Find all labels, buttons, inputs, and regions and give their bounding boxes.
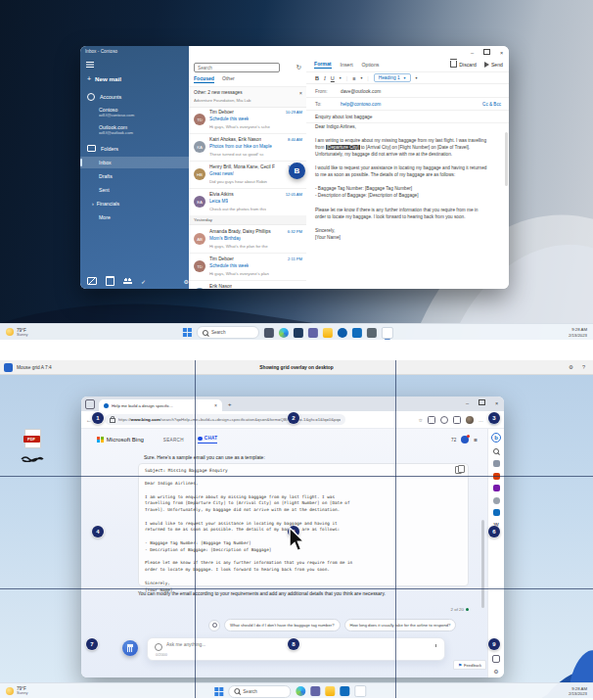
cc-bcc-button[interactable]: Cc & Bcc: [482, 102, 501, 107]
start-button[interactable]: [214, 687, 223, 696]
close-button[interactable]: ×: [489, 400, 504, 406]
edge-icon[interactable]: [279, 328, 289, 338]
floating-voice-badge[interactable]: B: [289, 163, 305, 179]
copy-icon[interactable]: [455, 466, 462, 474]
to-row[interactable]: To: help@contoso.com Cc & Bcc: [306, 98, 509, 111]
maximize-button[interactable]: [475, 399, 489, 407]
minimize-button[interactable]: –: [460, 400, 475, 406]
tab-close-icon[interactable]: ×: [214, 402, 217, 408]
grid-cell-6[interactable]: 6: [488, 526, 500, 537]
rewards-counter[interactable]: 72: [451, 438, 456, 443]
grid-cell-8[interactable]: 8: [288, 638, 299, 650]
new-mail-button[interactable]: + New mail: [80, 72, 196, 84]
grid-cell-3[interactable]: 3: [488, 412, 500, 424]
todo-check-icon[interactable]: ✓: [141, 278, 146, 285]
emoji-icon[interactable]: [155, 643, 162, 651]
search-input[interactable]: [194, 63, 280, 72]
taskbar-clock[interactable]: 9:28 AM2/13/2023: [569, 327, 587, 338]
suggestion-chip[interactable]: What should I do if I don't have the bag…: [224, 619, 341, 631]
phone-icon[interactable]: [492, 655, 500, 663]
favorites-star-icon[interactable]: ☆: [419, 417, 423, 423]
browser-essentials-icon[interactable]: [440, 416, 448, 424]
split-screen-icon[interactable]: [428, 416, 435, 424]
file-explorer-icon[interactable]: [325, 686, 335, 696]
subject-row[interactable]: Enquiry about lost baggage: [306, 111, 509, 123]
folder-dark-icon[interactable]: [294, 328, 303, 338]
taskbar-clock[interactable]: 9:28 AM2/13/2023: [569, 686, 587, 697]
browser-window-icon[interactable]: [354, 685, 366, 697]
hamburger-menu-icon[interactable]: [86, 62, 94, 63]
file-explorer-icon[interactable]: [323, 328, 333, 338]
italic-button[interactable]: I: [324, 75, 326, 81]
scrollbar[interactable]: [505, 132, 508, 186]
profile-avatar[interactable]: [466, 416, 474, 424]
mail-icon[interactable]: [382, 327, 393, 339]
send-button[interactable]: Send: [484, 62, 503, 68]
calendar-icon[interactable]: [106, 276, 114, 286]
other-messages-banner[interactable]: Other: 2 new messages Adventure Foundati…: [189, 86, 306, 108]
url-field[interactable]: https://www.bing.com/search?q=Help+me+bu…: [105, 414, 345, 425]
email-body[interactable]: Dear Indigo Airlines, I am writing to en…: [315, 123, 503, 241]
grid-cell-7[interactable]: 7: [86, 638, 98, 650]
taskbar-search[interactable]: Search: [197, 326, 259, 339]
lightbulb-icon[interactable]: [208, 620, 220, 631]
close-button[interactable]: ×: [494, 50, 509, 56]
message-row[interactable]: KA Katri Ahokas, Erik Nason Photos from …: [189, 133, 306, 162]
underline-button[interactable]: U: [331, 75, 335, 81]
mail-icon[interactable]: [87, 277, 97, 285]
shield-extension-icon[interactable]: [461, 436, 469, 443]
minimize-button[interactable]: –: [465, 50, 479, 56]
from-row[interactable]: From: dave@outlook.com: [306, 85, 509, 98]
settings-gear-icon[interactable]: ⚙: [569, 364, 573, 370]
tab-format[interactable]: Format: [314, 61, 332, 69]
sidebar-item-financials[interactable]: › Financials 3: [80, 198, 201, 210]
sidebar-search-icon[interactable]: [493, 448, 499, 455]
new-tab-button[interactable]: +: [228, 401, 232, 407]
shopping-icon[interactable]: [493, 460, 500, 467]
chevron-down-icon[interactable]: ▾: [340, 75, 342, 80]
tab-options[interactable]: Options: [362, 62, 380, 68]
teams-icon[interactable]: [308, 328, 318, 338]
browser-tab[interactable]: Help me build a design specific... ×: [99, 399, 222, 411]
maximize-button[interactable]: [479, 49, 494, 57]
pdf-desktop-icon[interactable]: PDF: [20, 429, 45, 466]
people-icon[interactable]: [123, 278, 132, 284]
grid-cell-9[interactable]: 9: [488, 638, 500, 650]
tab-search[interactable]: SEARCH: [163, 438, 184, 443]
weather-widget[interactable]: 79°FSunny: [6, 686, 28, 696]
taskbar-search[interactable]: Search: [228, 685, 291, 698]
discard-button[interactable]: Discard: [450, 61, 477, 68]
new-topic-button[interactable]: [122, 640, 138, 656]
extensions-icon[interactable]: [453, 416, 461, 424]
message-row[interactable]: EA Elvia Atkins Leica M9 Check out the p…: [189, 188, 306, 216]
copilot-sidebar-icon[interactable]: b: [491, 433, 501, 443]
bold-button[interactable]: B: [315, 75, 319, 81]
weather-widget[interactable]: 79°FSunny: [6, 328, 28, 338]
grid-cell-1[interactable]: 1: [92, 412, 104, 424]
list-format-button[interactable]: ≡: [352, 75, 355, 81]
chat-input[interactable]: [164, 641, 403, 648]
camera-icon[interactable]: [493, 509, 500, 516]
menu-icon[interactable]: ≡: [474, 437, 478, 443]
edge-icon[interactable]: [296, 686, 305, 696]
desk-icon[interactable]: [264, 328, 274, 338]
start-button[interactable]: [183, 328, 192, 337]
tab-actions-icon[interactable]: [85, 399, 95, 409]
help-icon[interactable]: ?: [582, 364, 585, 370]
scrollbar[interactable]: [481, 520, 484, 608]
folders-header[interactable]: Folders: [80, 143, 196, 154]
people-icon[interactable]: [493, 485, 500, 491]
tab-other[interactable]: Other: [222, 75, 235, 83]
microphone-icon[interactable]: [433, 644, 438, 653]
store-icon[interactable]: [352, 328, 362, 338]
sync-icon[interactable]: ↻: [296, 63, 301, 72]
feedback-button[interactable]: ⚑ Feedback: [453, 660, 486, 670]
clock-icon[interactable]: [338, 328, 347, 338]
tab-chat[interactable]: CHAT: [198, 436, 218, 443]
close-icon[interactable]: ×: [299, 90, 302, 96]
message-row[interactable]: TD Tim Deboer Schedule this week Hi guys…: [189, 253, 306, 281]
message-row[interactable]: EN Erik Nason: [189, 280, 306, 289]
message-row[interactable]: TD Tim Deboer Schedule this week Hi guys…: [189, 106, 306, 134]
settings-gear-icon[interactable]: ⚙: [493, 668, 498, 675]
settings-icon[interactable]: [367, 328, 377, 338]
